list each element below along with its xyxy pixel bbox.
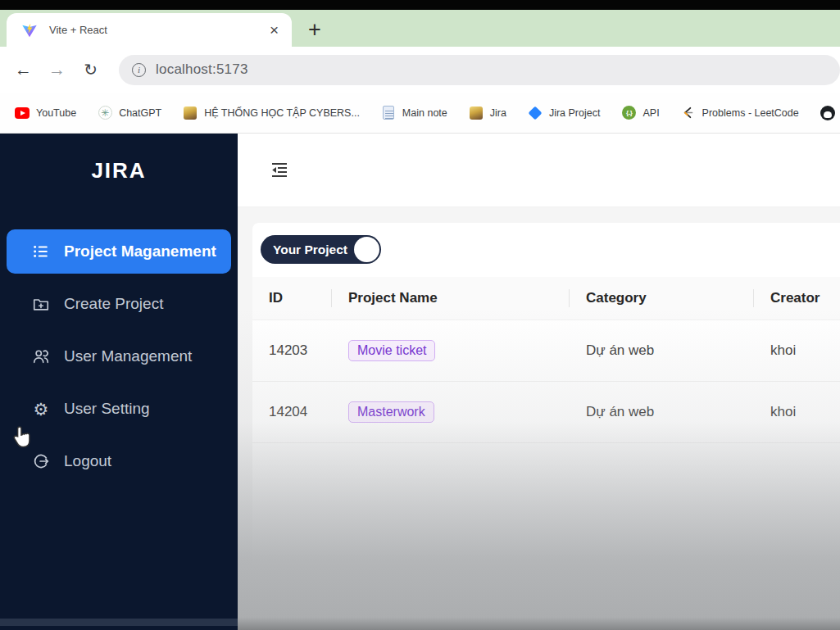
sidebar-item-user-management[interactable]: User Management bbox=[7, 334, 231, 378]
sidebar-item-create-project[interactable]: Create Project bbox=[7, 282, 231, 326]
browser-toolbar: ← → ↻ i localhost:5173 bbox=[0, 47, 840, 93]
video-frame: Vite + React × + ← → ↻ i localhost:5173 … bbox=[0, 0, 840, 630]
blue-diamond-icon bbox=[528, 106, 543, 120]
column-header-name: Project Name bbox=[332, 277, 570, 320]
unordered-list-icon bbox=[31, 242, 51, 261]
vite-favicon-icon bbox=[21, 22, 38, 39]
bookmark-youtube[interactable]: YouTube bbox=[15, 106, 76, 120]
project-name-tag[interactable]: Masterwork bbox=[348, 401, 434, 423]
cell-category: Dự án web bbox=[570, 320, 754, 381]
browser-tab-strip: Vite + React × + bbox=[0, 10, 840, 47]
cell-category: Dự án web bbox=[570, 381, 754, 442]
column-header-category: Category bbox=[570, 277, 754, 320]
bookmark-jira[interactable]: Jira bbox=[469, 106, 506, 120]
project-name-tag[interactable]: Movie ticket bbox=[348, 340, 435, 361]
table-header-row: ID Project Name Category Creator bbox=[252, 277, 840, 320]
bookmark-api[interactable]: {..} API bbox=[621, 106, 659, 120]
bookmark-leetcode[interactable]: Problems - LeetCode bbox=[681, 106, 799, 120]
projects-table: ID Project Name Category Creator 14203 M… bbox=[252, 277, 840, 443]
toggle-label: Your Project bbox=[273, 242, 347, 257]
users-icon bbox=[31, 347, 51, 366]
cell-project-name: Masterwork bbox=[332, 381, 570, 442]
browser-tab[interactable]: Vite + React × bbox=[7, 13, 292, 47]
app-logo: JIRA bbox=[0, 158, 238, 184]
main-content: Your Project ID Project Name Category Cr… bbox=[238, 134, 840, 630]
chatgpt-icon: ✳ bbox=[98, 106, 112, 120]
tab-close-icon[interactable]: × bbox=[266, 21, 282, 39]
site-info-icon[interactable]: i bbox=[132, 63, 146, 77]
cell-project-name: Movie ticket bbox=[332, 320, 570, 381]
content-header bbox=[238, 134, 840, 207]
mouse-cursor bbox=[11, 426, 33, 452]
column-header-creator: Creator bbox=[754, 277, 840, 320]
bookmark-github[interactable]: h bbox=[820, 106, 840, 120]
folder-add-icon bbox=[31, 294, 51, 314]
leetcode-icon bbox=[681, 106, 696, 120]
bookmarks-bar: YouTube ✳ ChatGPT HỆ THỐNG HỌC TẬP CYBER… bbox=[0, 93, 840, 134]
gold-cube-icon bbox=[469, 106, 484, 120]
url-text: localhost:5173 bbox=[156, 61, 247, 78]
column-header-id: ID bbox=[252, 277, 332, 320]
cell-id: 14204 bbox=[252, 381, 332, 442]
cell-creator: khoi bbox=[754, 320, 840, 381]
sidebar-item-user-setting[interactable]: ⚙ User Setting bbox=[7, 387, 231, 431]
bookmark-jira-project[interactable]: Jira Project bbox=[528, 106, 601, 120]
sidebar-item-label: Logout bbox=[64, 452, 111, 470]
tab-title: Vite + React bbox=[49, 24, 266, 36]
sidebar-item-label: User Management bbox=[64, 347, 192, 365]
your-project-toggle[interactable]: Your Project bbox=[261, 235, 381, 264]
top-black-strip bbox=[0, 0, 840, 10]
sidebar-item-logout[interactable]: Logout bbox=[7, 439, 231, 483]
toggle-knob[interactable] bbox=[354, 237, 379, 262]
logout-icon bbox=[31, 451, 51, 471]
github-icon bbox=[820, 106, 835, 120]
project-list-card: Your Project ID Project Name Category Cr… bbox=[252, 223, 840, 565]
gear-icon: ⚙ bbox=[31, 399, 51, 419]
sidebar-menu: Project Maganement Create Project bbox=[0, 229, 238, 483]
reload-icon[interactable]: ↻ bbox=[74, 60, 107, 79]
bookmark-chatgpt[interactable]: ✳ ChatGPT bbox=[98, 106, 161, 120]
cell-creator: khoi bbox=[754, 381, 840, 442]
bookmark-cybersoft[interactable]: HỆ THỐNG HỌC TẬP CYBERS... bbox=[183, 106, 360, 120]
table-row: 14204 Masterwork Dự án web khoi bbox=[252, 381, 840, 442]
sidebar-item-project-management[interactable]: Project Maganement bbox=[7, 229, 231, 274]
menu-fold-icon[interactable] bbox=[269, 160, 290, 181]
bookmark-main-note[interactable]: Main note bbox=[381, 106, 447, 120]
swagger-icon: {..} bbox=[621, 106, 636, 120]
sidebar-item-label: Create Project bbox=[64, 295, 163, 313]
table-row: 14203 Movie ticket Dự án web khoi bbox=[252, 320, 840, 381]
back-icon[interactable]: ← bbox=[7, 60, 40, 79]
new-tab-button[interactable]: + bbox=[292, 13, 338, 47]
app-root: JIRA Project Maganement bbox=[0, 134, 840, 630]
cell-id: 14203 bbox=[252, 320, 332, 381]
sidebar-item-label: User Setting bbox=[64, 400, 150, 418]
note-icon bbox=[381, 106, 396, 120]
sidebar-item-label: Project Maganement bbox=[64, 242, 216, 261]
sidebar: JIRA Project Maganement bbox=[0, 134, 238, 630]
forward-icon[interactable]: → bbox=[40, 60, 74, 79]
youtube-icon bbox=[15, 106, 30, 120]
gold-cube-icon bbox=[183, 106, 198, 120]
address-bar[interactable]: i localhost:5173 bbox=[119, 55, 840, 85]
